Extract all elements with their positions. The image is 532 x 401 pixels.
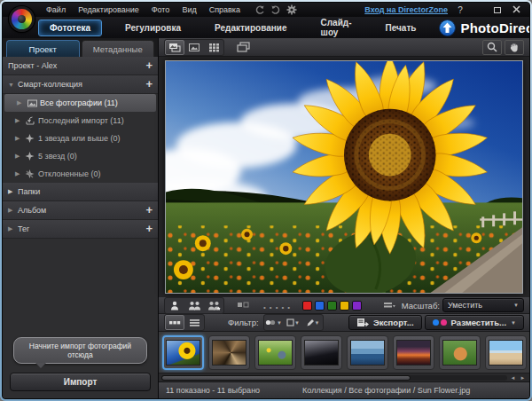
menu-edit[interactable]: Редактирование: [72, 5, 145, 14]
browser-view-button[interactable]: [165, 40, 184, 55]
face-tag-one-button[interactable]: [165, 298, 184, 313]
photo-sun-flower[interactable]: [165, 60, 523, 294]
view-options-icon[interactable]: [379, 298, 399, 313]
tree-item-latest-import[interactable]: ▶ Последний импорт (11): [3, 112, 158, 130]
directorzone-signin-link[interactable]: Вход на DirectorZone: [364, 5, 448, 14]
scroll-left-button[interactable]: ◄: [509, 375, 517, 381]
album-section[interactable]: ▶ Альбом +: [3, 201, 158, 220]
import-button[interactable]: Импорт: [10, 373, 151, 391]
pan-tool-button[interactable]: [505, 40, 524, 55]
chevron-closed-icon[interactable]: ▶: [17, 99, 27, 106]
star-sparkle-icon: [25, 134, 38, 143]
edited-filter-dropdown[interactable]: ▼: [303, 315, 323, 330]
help-button[interactable]: ?: [454, 5, 466, 15]
scrollbar-thumb[interactable]: [161, 375, 411, 381]
export-button[interactable]: Экспорт...: [348, 315, 422, 330]
tree-item-label: 5 звезд (0): [38, 152, 77, 161]
filmstrip-view-button[interactable]: [165, 315, 184, 330]
redo-icon[interactable]: [270, 4, 282, 15]
menu-view[interactable]: Вид: [176, 5, 202, 14]
add-tag-button[interactable]: +: [145, 224, 153, 233]
filmstrip-scrollbar: ◄ ►: [159, 373, 529, 382]
list-view-button[interactable]: [184, 315, 204, 330]
filmstrip-thumbnail-sun-flower[interactable]: [162, 335, 204, 370]
tree-item-one-star-or-more[interactable]: ▶ 1 звезда или выше (0): [3, 130, 158, 147]
photo-viewer[interactable]: [159, 57, 529, 297]
filmstrip-thumbnail-spiral-shell[interactable]: [208, 335, 250, 370]
chevron-down-icon: ▼: [277, 320, 282, 326]
tab-slideshow[interactable]: Слайд-шоу: [310, 15, 363, 40]
tag-section[interactable]: ▶ Тег +: [3, 220, 158, 239]
undo-icon[interactable]: [254, 4, 266, 15]
tab-metadata[interactable]: Метаданные: [82, 40, 155, 57]
label-filter-dropdown[interactable]: ▼: [284, 315, 303, 330]
import-tray-icon: [25, 116, 38, 125]
tab-edit[interactable]: Редактирование: [204, 20, 297, 35]
folders-section[interactable]: ▶ Папки: [3, 183, 158, 201]
menu-photo[interactable]: Фото: [145, 5, 176, 14]
share-button[interactable]: Разместить... ▼: [425, 315, 524, 330]
add-smart-collection-button[interactable]: +: [145, 80, 153, 89]
compare-view-button[interactable]: [233, 40, 253, 55]
filmstrip-thumbnail-mountain-lake[interactable]: [347, 335, 388, 370]
rating-dots[interactable]: •••••: [262, 297, 292, 313]
rating-dot[interactable]: •: [281, 303, 284, 311]
tab-print[interactable]: Печать: [375, 20, 427, 35]
maximize-button[interactable]: [491, 5, 504, 15]
chevron-open-icon[interactable]: ▼: [8, 82, 18, 88]
filmstrip-thumbnail-sunset-storm[interactable]: [393, 335, 434, 370]
two-persons-icon: [188, 301, 201, 311]
scrollbar-track[interactable]: [161, 375, 507, 381]
tree-item-rejected[interactable]: ▶ Отклоненные (0): [3, 165, 158, 183]
chevron-closed-icon[interactable]: ▶: [8, 225, 18, 232]
menu-help[interactable]: Справка: [203, 5, 246, 14]
filmstrip-thumbnail-beach[interactable]: [485, 335, 527, 370]
folders-label: Папки: [18, 187, 40, 196]
face-tag-two-button[interactable]: [184, 298, 204, 313]
tree-item-five-stars[interactable]: ▶ 5 звезд (0): [3, 147, 158, 165]
chevron-closed-icon[interactable]: ▶: [15, 170, 25, 177]
flag-label-icon[interactable]: [233, 298, 253, 313]
filmstrip-thumbnail-dark-harbor[interactable]: [301, 335, 342, 370]
color-swatch-blue[interactable]: [315, 301, 325, 311]
smart-collection-header[interactable]: ▼ Смарт-коллекция +: [3, 75, 158, 94]
tree-item-label: Отклоненные (0): [38, 169, 100, 178]
chevron-down-icon: ▼: [294, 320, 300, 326]
single-photo-view-button[interactable]: [184, 40, 204, 55]
settings-gear-icon[interactable]: [286, 4, 298, 15]
tab-adjustment[interactable]: Регулировка: [114, 20, 192, 35]
color-swatch-red[interactable]: [302, 301, 312, 311]
menu-file[interactable]: Файл: [40, 5, 72, 14]
color-swatch-yellow[interactable]: [340, 301, 349, 311]
tree-item-all-photos[interactable]: ▶ Все фотографии (11): [4, 94, 156, 112]
app-lens-logo-icon: [9, 6, 35, 32]
zoom-scale-dropdown[interactable]: Уместить ▼: [442, 298, 524, 312]
flag-filter-dropdown[interactable]: ▼: [264, 315, 284, 330]
filmstrip-thumbnail-cat-in-grass[interactable]: [439, 335, 481, 370]
filmstrip-thumbnail-flower-field[interactable]: [254, 335, 296, 370]
chevron-down-icon: ▼: [511, 320, 516, 326]
chevron-closed-icon[interactable]: ▶: [8, 207, 18, 214]
chevron-closed-icon[interactable]: ▶: [15, 117, 25, 124]
tab-project[interactable]: Проект: [6, 40, 80, 57]
color-swatch-purple[interactable]: [352, 301, 362, 311]
zoom-tool-button[interactable]: [482, 40, 502, 55]
add-album-button[interactable]: +: [145, 206, 153, 215]
photodirector-arrow-icon: [439, 20, 456, 36]
rating-dot[interactable]: •: [270, 303, 272, 311]
scroll-right-button[interactable]: ►: [519, 375, 527, 381]
grid-view-button[interactable]: [204, 40, 223, 55]
chevron-closed-icon[interactable]: ▶: [15, 153, 25, 160]
tab-library[interactable]: Фототека: [38, 20, 102, 36]
face-tag-group-button[interactable]: [204, 298, 223, 313]
close-button[interactable]: [510, 5, 522, 15]
color-swatch-green[interactable]: [327, 301, 337, 311]
project-header[interactable]: Проект - Alex +: [3, 57, 158, 75]
persons-star-icon: [207, 301, 221, 311]
add-project-button[interactable]: +: [145, 61, 153, 70]
chevron-closed-icon[interactable]: ▶: [8, 188, 18, 195]
rating-dot[interactable]: •: [263, 303, 266, 311]
rating-dot[interactable]: •: [276, 303, 278, 311]
chevron-closed-icon[interactable]: ▶: [15, 135, 25, 142]
rating-dot[interactable]: •: [287, 303, 290, 311]
